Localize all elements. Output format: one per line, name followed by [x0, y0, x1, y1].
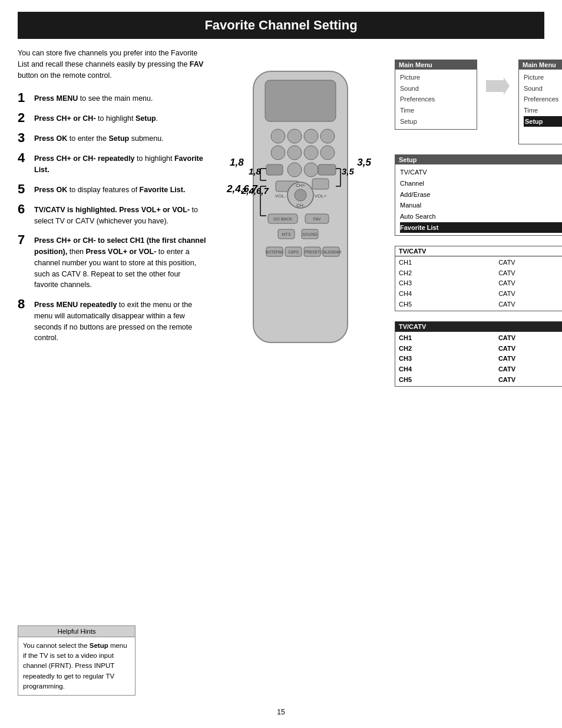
ch-bold-row-4: CH4CATV4	[399, 364, 562, 375]
setup-row-tvcatv: TV/CATV CATV	[400, 167, 562, 178]
setup-row-adderase: Add/Erase Erase	[400, 189, 562, 200]
ch-normal-row-1: CH1CATV1	[399, 258, 562, 268]
ch-normal-row-3: CH3CATV3	[399, 278, 562, 289]
svg-text:CAPS: CAPS	[288, 250, 299, 254]
hints-body: You cannot select the Setup menu if the …	[18, 637, 135, 695]
svg-text:SOUND: SOUND	[302, 232, 317, 236]
step-7: 7 Press CH+ or CH- to select CH1 (the fi…	[18, 233, 206, 291]
page-title: Favorite Channel Setting	[18, 12, 544, 39]
step-number-2: 2	[18, 111, 29, 124]
setup-row-channel: Channel 1	[400, 178, 562, 189]
instructions-column: You can store five channels you prefer i…	[18, 48, 206, 387]
menu-item-picture: Picture	[400, 72, 472, 83]
svg-text:1,8: 1,8	[249, 166, 262, 176]
svg-point-6	[271, 146, 285, 160]
step-label-35: 3,5	[357, 157, 371, 169]
step-text-2: Press CH+ or CH- to highlight Setup.	[34, 111, 158, 124]
main-menu-small-body: Picture Sound Preferences Time Setup	[395, 70, 477, 129]
menu-large-time: Time	[524, 105, 562, 116]
step-5: 5 Press OK to display features of Favori…	[18, 183, 206, 196]
ch-list-normal-body: CH1CATV1 CH2CATV2 CH3CATV3 CH4CATV4 CH5C…	[395, 256, 562, 311]
svg-marker-50	[486, 77, 510, 95]
main-menu-large-header: Main Menu	[519, 60, 562, 70]
svg-text:CALENDAR: CALENDAR	[320, 250, 342, 254]
svg-point-17	[295, 189, 306, 201]
svg-text:MTS: MTS	[282, 232, 291, 236]
menu-large-setup-highlighted: Setup	[524, 116, 562, 127]
hints-header: Helpful Hints	[18, 626, 135, 637]
svg-point-11	[287, 163, 302, 177]
setup-menu-header: Setup	[395, 155, 562, 164]
top-menus-row: Main Menu Picture Sound Preferences Time…	[395, 60, 562, 144]
step-1: 1 Press MENU to see the main menu.	[18, 91, 206, 104]
svg-text:CH+: CH+	[296, 183, 306, 188]
intro-text: You can store five channels you prefer i…	[18, 48, 206, 81]
step-3: 3 Press OK to enter the Setup submenu.	[18, 131, 206, 144]
menu-screenshots-column: Main Menu Picture Sound Preferences Time…	[395, 48, 562, 387]
ch-header-left: TV/CATV	[399, 248, 426, 255]
menu-large-sound: Sound	[524, 83, 562, 94]
step-number-8: 8	[18, 298, 29, 311]
svg-text:VOL-: VOL-	[275, 193, 286, 199]
setup-row-autosearch: Auto Search –	[400, 211, 562, 222]
ch-list-normal-header: TV/CATV CATV	[395, 246, 562, 256]
ch-bold-row-5: CH5CATV5	[399, 375, 562, 386]
setup-menu-body: TV/CATV CATV Channel 1 Add/Erase Erase M…	[395, 164, 562, 235]
step-number-5: 5	[18, 183, 29, 196]
ch-bold-header-left: TV/CATV	[399, 323, 426, 330]
setup-row-manual: Manual Down	[400, 200, 562, 211]
svg-point-3	[287, 129, 302, 143]
menu-item-preferences: Preferences	[400, 94, 472, 105]
step-text-7: Press CH+ or CH- to select CH1 (the firs…	[34, 233, 206, 291]
remote-area: 1,8 2,4,6,7 3,5	[218, 48, 383, 387]
step-text-3: Press OK to enter the Setup submenu.	[34, 131, 164, 144]
main-menu-large: Main Menu Picture Sound Preferences Time…	[518, 60, 562, 144]
ch-bold-row-2: CH2CATV2	[399, 344, 562, 354]
ch-normal-row-5: CH5CATV5	[399, 299, 562, 310]
ch-normal-row-2: CH2CATV2	[399, 268, 562, 279]
step-number-6: 6	[18, 203, 29, 216]
ch-list-bold: TV/CATV CATV CH1CATV1 CH2CATV2 CH3CATV3 …	[395, 321, 562, 387]
main-menu-large-body: Picture Sound Preferences Time Setup	[519, 70, 562, 144]
ch-normal-row-4: CH4CATV4	[399, 289, 562, 299]
svg-text:FAV: FAV	[313, 217, 321, 221]
main-menu-small: Main Menu Picture Sound Preferences Time…	[395, 60, 477, 130]
ch-list-normal: TV/CATV CATV CH1CATV1 CH2CATV2 CH3CATV3 …	[395, 246, 562, 311]
svg-rect-1	[265, 80, 336, 121]
svg-rect-15	[312, 179, 329, 189]
page-number: 15	[277, 708, 285, 716]
menu-item-sound: Sound	[400, 83, 472, 94]
menu-item-setup: Setup	[400, 116, 472, 127]
menu-arrow-connector	[486, 77, 510, 95]
ch-bold-row-3: CH3CATV3	[399, 354, 562, 364]
helpful-hints-box: Helpful Hints You cannot select the Setu…	[18, 625, 135, 696]
main-menu-small-header: Main Menu	[395, 60, 477, 70]
svg-text:3,5: 3,5	[342, 166, 355, 176]
step-number-7: 7	[18, 233, 29, 246]
step-2: 2 Press CH+ or CH- to highlight Setup.	[18, 111, 206, 124]
svg-point-12	[304, 163, 318, 177]
svg-rect-13	[318, 164, 336, 175]
remote-svg: 1,8 2,4,6,7 3,5	[236, 65, 365, 387]
step-8: 8 Press MENU repeatedly to exit the menu…	[18, 298, 206, 344]
svg-point-9	[320, 146, 335, 160]
step-text-6: TV/CATV is highlighted. Press VOL+ or VO…	[34, 203, 206, 227]
step-4: 4 Press CH+ or CH- repeatedly to highlig…	[18, 151, 206, 176]
step-text-1: Press MENU to see the main menu.	[34, 91, 153, 104]
step-number-1: 1	[18, 91, 29, 104]
svg-point-4	[304, 129, 318, 143]
arrow-svg	[486, 77, 510, 95]
svg-point-5	[320, 129, 335, 143]
svg-point-7	[287, 146, 302, 160]
step-label-2467: 2,4,6,7	[227, 183, 257, 195]
svg-point-2	[271, 129, 285, 143]
title-text: Favorite Channel Setting	[204, 18, 357, 32]
step-number-3: 3	[18, 131, 29, 144]
step-text-8: Press MENU repeatedly to exit the menu o…	[34, 298, 206, 344]
menu-large-picture: Picture	[524, 72, 562, 83]
setup-menu: Setup TV/CATV CATV Channel 1 Add/Erase E…	[395, 154, 562, 236]
menu-item-time: Time	[400, 105, 472, 116]
svg-text:CH-: CH-	[296, 203, 305, 208]
svg-text:PRESET: PRESET	[305, 250, 320, 254]
svg-text:GO BACK: GO BACK	[273, 217, 292, 221]
